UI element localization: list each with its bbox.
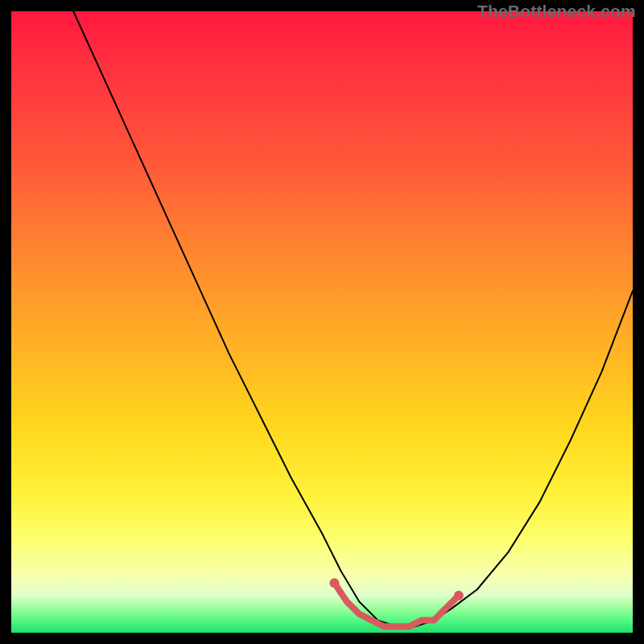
bottom-highlight-path bbox=[334, 583, 458, 626]
highlight-markers bbox=[329, 578, 463, 601]
highlight-layer bbox=[334, 583, 458, 626]
highlight-endpoint-marker bbox=[329, 578, 339, 588]
curve-layer bbox=[73, 11, 633, 626]
chart-svg bbox=[11, 11, 633, 633]
highlight-endpoint-marker bbox=[454, 591, 464, 601]
bottleneck-curve-path bbox=[73, 11, 633, 626]
chart-frame: TheBottleneck.com bbox=[0, 0, 644, 644]
